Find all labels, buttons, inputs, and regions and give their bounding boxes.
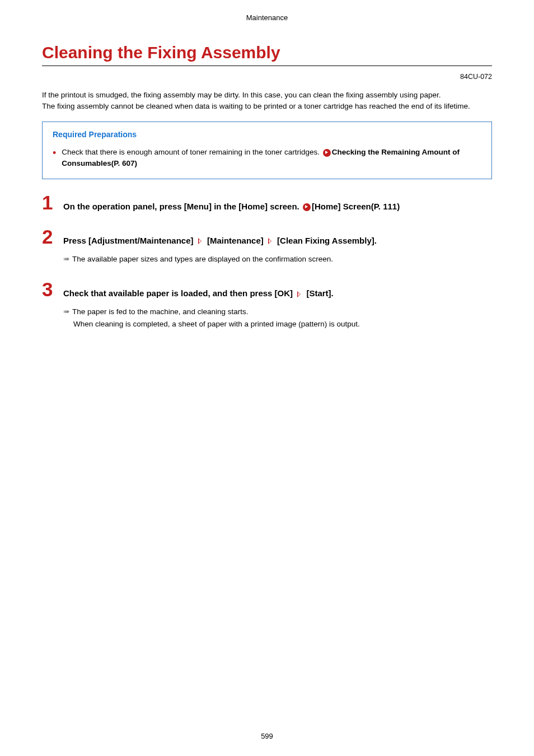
breadcrumb-separator-icon <box>297 291 302 297</box>
step-number: 3 <box>42 279 63 299</box>
step-2: 2 Press [Adjustment/Maintenance] [Mainte… <box>42 227 492 265</box>
link-arrow-icon[interactable] <box>303 203 311 211</box>
prep-bullet-item: • Check that there is enough amount of t… <box>53 147 481 170</box>
step-1: 1 On the operation panel, press [Menu] i… <box>42 193 492 212</box>
step-number: 2 <box>42 227 63 246</box>
result-arrow-icon: ➠ <box>63 255 70 263</box>
step-3-text: Check that available paper is loaded, an… <box>63 284 334 299</box>
step-3-result-1-text: The paper is fed to the machine, and cle… <box>72 307 248 316</box>
required-preparations-box: Required Preparations • Check that there… <box>42 122 492 179</box>
title-underline <box>42 66 492 66</box>
step-2-text: Press [Adjustment/Maintenance] [Maintena… <box>63 231 377 246</box>
page-title: Cleaning the Fixing Assembly <box>42 43 492 62</box>
breadcrumb-separator-icon <box>198 238 203 244</box>
step-2-part-2: [Clean Fixing Assembly]. <box>275 236 377 245</box>
breadcrumb-separator-icon <box>268 238 273 244</box>
step-3-result-2: When cleaning is completed, a sheet of p… <box>63 318 492 330</box>
section-header: Maintenance <box>42 13 492 22</box>
step-2-part-1: [Maintenance] <box>205 236 266 245</box>
intro-paragraph: If the printout is smudged, the fixing a… <box>42 90 492 111</box>
link-arrow-icon[interactable] <box>323 149 331 157</box>
step-3: 3 Check that available paper is loaded, … <box>42 279 492 330</box>
prep-bullet-prefix: Check that there is enough amount of ton… <box>62 148 322 156</box>
prep-bullet-text: Check that there is enough amount of ton… <box>62 147 481 170</box>
step-3-part-1: [Start]. <box>304 288 334 298</box>
step-2-result-text: The available paper sizes and types are … <box>72 255 333 263</box>
step-3-result-1: ➠The paper is fed to the machine, and cl… <box>63 306 492 318</box>
step-1-prefix: On the operation panel, press [Menu] in … <box>63 202 302 211</box>
step-2-prefix: Press [Adjustment/Maintenance] <box>63 236 196 245</box>
result-arrow-icon: ➠ <box>63 307 70 316</box>
step-3-prefix: Check that available paper is loaded, an… <box>63 288 295 298</box>
bullet-icon: • <box>53 148 56 158</box>
prep-box-title: Required Preparations <box>53 130 481 139</box>
step-2-result: ➠The available paper sizes and types are… <box>63 253 492 265</box>
step-3-result-2-text: When cleaning is completed, a sheet of p… <box>73 320 360 328</box>
step-number: 1 <box>42 193 63 212</box>
page-number: 599 <box>0 732 534 740</box>
step-1-link[interactable]: [Home] Screen(P. 111) <box>312 202 400 211</box>
step-1-text: On the operation panel, press [Menu] in … <box>63 197 400 212</box>
document-code: 84CU-072 <box>42 73 492 81</box>
